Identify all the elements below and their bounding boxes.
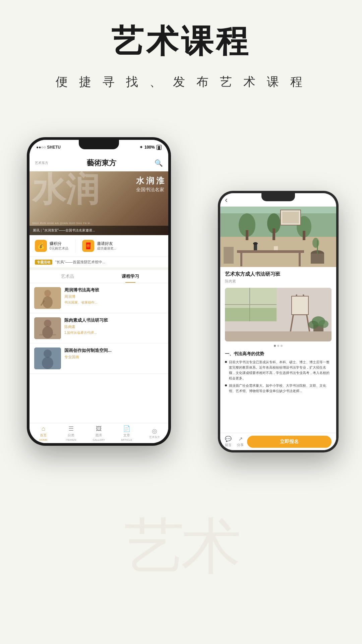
svg-point-2 [43, 296, 53, 308]
nav-itemize-label: 分类 [68, 433, 74, 438]
nav-article-label: 文章 [123, 433, 130, 438]
nav-gallery[interactable]: 🖼 图库 GALLERY [85, 425, 113, 441]
register-btn-label: 立即报名 [280, 439, 299, 445]
course-item-3[interactable]: 国画创作如何制造空间... 专业国画 [29, 343, 168, 374]
content-tabs: 艺术品 课程学习 [29, 270, 168, 283]
svg-rect-27 [237, 250, 304, 253]
detail-hero-image [220, 207, 336, 267]
svg-rect-30 [254, 244, 257, 250]
itemize-icon: ☰ [68, 425, 74, 432]
nav-gallery-sublabel: GALLERY [93, 438, 105, 441]
svg-point-9 [44, 350, 52, 358]
course-title-1: 周润博书法高考班 [64, 287, 164, 293]
quick-action-invite[interactable]: 🧧 邀请好友 成功邀请奖... [82, 240, 116, 252]
course-thumb-3 [34, 347, 61, 369]
phones-container: ●●○○ SHETU 9:30 AM ✦ 100% ▓ 艺术东方 藝 [17, 110, 345, 540]
app-logo-main-text: 藝術東方 [87, 158, 116, 168]
special-event-bar[interactable]: 专题活动 "长风"——首届淮阴艺术馆中... [29, 257, 168, 270]
page-subtitle: 便 捷 寻 找 、 发 布 艺 术 课 程 [56, 74, 306, 90]
search-icon[interactable]: 🔍 [155, 159, 163, 167]
svg-point-31 [253, 242, 258, 245]
nav-itemize-sublabel: ITEMIZE [66, 438, 76, 441]
detail-course-title: 艺术东方成人书法研习班 [225, 271, 331, 277]
nav-profile[interactable]: ◎ 艺术东方 [140, 427, 168, 439]
course-desc-1: 书法国展、省展创作... [64, 300, 164, 305]
course-desc-2: 1.如何从临摹古代碑... [64, 330, 164, 335]
course-info-3: 国画创作如何制造空间... 专业国画 [64, 347, 164, 369]
course-info-1: 周润博书法高考班 周润博 书法国展、省展创作... [64, 287, 164, 309]
course-author-3: 专业国画 [64, 355, 164, 360]
share-action[interactable]: ↗ 分享 [237, 436, 244, 447]
svg-point-6 [42, 326, 53, 338]
quick-actions-row: 💰 赚积分 0元购艺术品 🧧 邀请好友 成功邀请奖... [29, 235, 168, 257]
bullet-2: 就业面广社会需求量大。如中小学校、大学书法院校、文联、文化馆、艺术馆、博物馆等企… [225, 383, 331, 394]
svg-rect-46 [225, 331, 331, 341]
profile-icon: ◎ [152, 427, 157, 435]
course-title-3: 国画创作如何制造空间... [64, 347, 164, 354]
svg-point-24 [312, 238, 319, 248]
banner-calligraphy-art: 水润 [32, 173, 99, 207]
nav-article[interactable]: 📄 文章 ARTICLE [113, 425, 140, 441]
right-phone-mockup: ‹ [218, 191, 339, 452]
svg-rect-19 [303, 231, 305, 240]
register-button[interactable]: 立即报名 [247, 436, 331, 448]
bottom-action-icons: 💬 留言 ↗ 分享 [225, 436, 244, 447]
message-label: 留言 [225, 443, 232, 447]
svg-rect-15 [246, 230, 248, 240]
page-title: 艺术课程 [111, 20, 251, 64]
course-list: 周润博书法高考班 周润博 书法国展、省展创作... [29, 283, 168, 423]
battery-status: ✦ 100% ▓ [139, 145, 162, 150]
course-title-2: 陈肉素成人书法研习班 [64, 317, 164, 323]
nav-home-label: 首页 [40, 433, 47, 438]
left-phone-screen: ●●○○ SHETU 9:30 AM ✦ 100% ▓ 艺术东方 藝 [29, 140, 168, 443]
nav-article-sublabel: ARTICLE [121, 438, 132, 441]
tab-courses[interactable]: 课程学习 [99, 270, 162, 283]
nav-gallery-label: 图库 [96, 433, 102, 438]
svg-rect-7 [39, 334, 56, 335]
earn-text: 赚积分 0元购艺术品 [50, 241, 68, 251]
section-1-title: 一、书法高考的优势 [225, 351, 331, 357]
share-icon: ↗ [238, 436, 243, 442]
battery-icon: ▓ [157, 145, 162, 150]
quick-action-earn[interactable]: 💰 赚积分 0元购艺术品 [35, 240, 68, 252]
course-author-1: 周润博 [64, 294, 164, 299]
banner-title: 水 润 淮 全国书法名家 [136, 175, 164, 193]
phone-notch [79, 140, 119, 149]
message-action[interactable]: 💬 留言 [225, 436, 232, 447]
right-phone-notch [261, 193, 295, 201]
course-item-1[interactable]: 周润博书法高考班 周润博 书法国展、省展创作... [29, 283, 168, 313]
tab-artwork[interactable]: 艺术品 [36, 270, 99, 283]
svg-rect-17 [273, 228, 275, 240]
svg-point-5 [44, 320, 51, 327]
nav-itemize[interactable]: ☰ 分类 ITEMIZE [57, 425, 85, 441]
image-dots [225, 345, 331, 347]
battery-text: 100% [144, 145, 155, 150]
dot-1 [274, 345, 276, 347]
dot-2 [277, 345, 279, 347]
home-icon: ⌂ [42, 425, 45, 432]
article-icon: 📄 [123, 425, 130, 432]
back-button[interactable]: ‹ [225, 195, 228, 205]
app-banner[interactable]: 水润 水 润 淮 全国书法名家 SHUI RUN HUAI AN QUAN GU… [29, 171, 168, 235]
gallery-icon: 🖼 [96, 425, 102, 432]
svg-rect-20 [224, 247, 234, 264]
app-logo-small-text: 艺术东方 [35, 161, 48, 165]
bullet-text-2: 就业面广社会需求量大。如中小学校、大学书法院校、文联、文化馆、艺术馆、博物馆等企… [229, 383, 331, 394]
svg-point-45 [318, 320, 328, 328]
bullet-1: 目前大学书法专业已形成从专科、本科、硕士、博士、博士后等一整套完整的教育体系。近… [225, 360, 331, 381]
bluetooth-icon: ✦ [139, 145, 143, 150]
invite-icon: 🧧 [82, 240, 94, 252]
carrier-text: ●●○○ SHETU [36, 145, 61, 150]
course-item-2[interactable]: 陈肉素成人书法研习班 陈肉素 1.如何从临摹古代碑... [29, 313, 168, 343]
banner-pinyin: SHUI RUN HUAI AN QUAN GUO SHU FA M... [32, 222, 93, 224]
course-info-2: 陈肉素成人书法研习班 陈肉素 1.如何从临摹古代碑... [64, 317, 164, 339]
special-event-text: "长风"——首届淮阴艺术馆中... [55, 260, 105, 264]
left-phone-mockup: ●●○○ SHETU 9:30 AM ✦ 100% ▓ 艺术东方 藝 [27, 137, 171, 446]
svg-point-10 [42, 357, 53, 369]
nav-home[interactable]: ⌂ 首页 HOME [29, 425, 57, 441]
page-wrapper: 艺术课程 便 捷 寻 找 、 发 布 艺 术 课 程 ●●○○ SHETU 9:… [0, 0, 362, 540]
invite-text: 邀请好友 成功邀请奖... [97, 241, 116, 251]
detail-bottom-bar: 💬 留言 ↗ 分享 立即报名 [220, 433, 336, 450]
svg-rect-37 [225, 308, 277, 321]
detail-course-thumb [225, 288, 331, 341]
